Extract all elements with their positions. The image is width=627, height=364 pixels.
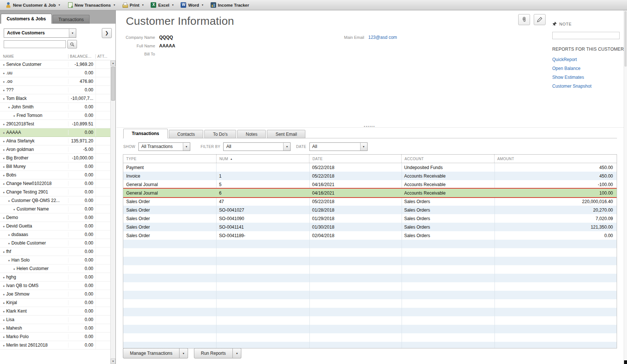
show-filter-dropdown[interactable]: All Transactions ▼ <box>138 142 190 151</box>
main-email-link[interactable]: 123@asd com <box>368 35 397 40</box>
customer-row[interactable]: ◆ Joe Shmow 0.00 <box>0 290 110 299</box>
customer-row[interactable]: ◆ hghg 0.00 <box>0 273 110 282</box>
customer-row[interactable]: ◆ Change New01022018 0.00 <box>0 179 110 188</box>
amount-column-header[interactable]: AMOUNT <box>494 155 617 163</box>
transactions-panel-tab[interactable]: Contacts <box>169 130 203 138</box>
report-link[interactable]: Open Balance <box>552 66 591 71</box>
customer-row[interactable]: ◆ Klark Kent 0.00 <box>0 307 110 316</box>
customer-row[interactable]: ◆ Lisa 0.00 <box>0 316 110 324</box>
customer-row[interactable]: ◆ Double Customer 0.00 <box>0 239 110 247</box>
sidebar-tab[interactable]: Customers & Jobs <box>1 14 52 24</box>
active-customers-dropdown[interactable]: Active Customers ▼ <box>4 28 76 38</box>
customer-row[interactable]: ◆ Customer QB-OMS 22... 0.00 <box>0 196 110 205</box>
customer-row[interactable]: ◆ 29012018Test -10,899.51 <box>0 120 110 128</box>
dropdown-arrow-icon[interactable]: ▼ <box>360 143 367 151</box>
toolbar-button-label: Income Tracker <box>218 3 249 7</box>
transaction-row[interactable]: General Journal 5 04/16/2021 Accounts Re… <box>123 180 617 189</box>
sidebar-tab[interactable]: Transactions <box>53 15 90 24</box>
customer-name: Alina Stefanyk <box>6 138 35 144</box>
transactions-panel-tab[interactable]: To Do's <box>204 130 236 138</box>
transaction-row[interactable]: Sales Order SO-0041090 01/29/2018 Sales … <box>123 214 617 223</box>
type-column-header[interactable]: TYPE <box>123 155 216 163</box>
search-button[interactable] <box>67 40 77 48</box>
dropdown-arrow-icon[interactable]: ▼ <box>283 143 290 151</box>
customer-row[interactable]: ◆ .uu 0.00 <box>0 69 110 77</box>
attach-file-button[interactable] <box>518 14 530 25</box>
customer-search-input[interactable] <box>4 40 66 48</box>
customer-row[interactable]: ◆ AAAAA 0.00 <box>0 128 110 137</box>
transaction-type: Sales Order <box>123 199 216 204</box>
customer-attachment-cell <box>95 256 110 264</box>
edit-customer-button[interactable] <box>534 14 546 25</box>
report-link[interactable]: Customer Snapshot <box>552 84 591 89</box>
date-filter-dropdown[interactable]: All ▼ <box>309 142 368 151</box>
name-column-header[interactable]: NAME <box>0 54 68 58</box>
toolbar-button[interactable]: New Customer & Job ▼ <box>2 0 64 10</box>
run-reports-button[interactable]: Run Reports <box>194 348 233 358</box>
diamond-icon: ◆ <box>3 293 5 296</box>
dropdown-arrow-icon[interactable]: ▼ <box>69 29 76 37</box>
customer-row[interactable]: ◆ Customer Name 0.00 <box>0 205 110 213</box>
attach-column-header[interactable]: ATT... <box>95 54 110 58</box>
customer-row[interactable]: ◆ Service Customer -1,969.20 <box>0 60 110 69</box>
customer-row[interactable]: ◆ Tom Black -10,007,7... <box>0 94 110 103</box>
scroll-down-icon[interactable]: ▼ <box>111 358 115 364</box>
report-link[interactable]: Show Estimates <box>552 75 591 80</box>
customer-row[interactable]: ◆ Kinjal 0.00 <box>0 299 110 307</box>
toolbar-button[interactable]: Print ▼ <box>119 0 147 10</box>
customer-row[interactable]: ◆ Ivan QB to OMS 0.00 <box>0 282 110 290</box>
scrollbar-thumb[interactable] <box>111 67 115 101</box>
customer-row[interactable]: ◆ Han Solo 0.00 <box>0 256 110 264</box>
collapse-sidebar-button[interactable]: ❯ <box>102 28 112 38</box>
filter-by-dropdown[interactable]: All ▼ <box>223 142 291 151</box>
transaction-row[interactable]: General Journal 6 04/16/2021 Accounts Re… <box>123 189 617 197</box>
customer-attachment-cell <box>95 103 110 111</box>
balance-column-header[interactable]: BALANCE... <box>68 54 95 58</box>
transaction-row[interactable]: Sales Order 47 05/22/2018 Sales Orders 2… <box>123 197 617 206</box>
customer-row[interactable]: ◆ Demo 0.00 <box>0 213 110 222</box>
transaction-row[interactable]: Sales Order SO-0041027 01/28/2018 Sales … <box>123 206 617 214</box>
customer-row[interactable]: ◆ Fred Tomson 0.00 <box>0 111 110 120</box>
manage-transactions-menu-arrow[interactable]: ▼ <box>180 348 188 358</box>
customer-row[interactable]: ◆ .oo 476.80 <box>0 77 110 86</box>
manage-transactions-button[interactable]: Manage Transactions <box>123 348 180 358</box>
run-reports-menu-arrow[interactable]: ▼ <box>233 348 241 358</box>
transaction-row[interactable]: Payment 05/22/2018 Undeposited Funds 450… <box>123 163 617 172</box>
page-scrollbar-thumb[interactable] <box>624 11 627 67</box>
customer-row[interactable]: ◆ dsdaaas 0.00 <box>0 230 110 239</box>
date-column-header[interactable]: DATE <box>309 155 401 163</box>
note-input[interactable] <box>552 32 620 39</box>
toolbar-button[interactable]: Word ▼ <box>177 0 207 10</box>
account-column-header[interactable]: ACCOUNT <box>401 155 494 163</box>
transaction-row[interactable]: Sales Order SO-0041189- 02/04/2018 Sales… <box>123 231 617 240</box>
customer-row[interactable]: ◆ Devid Guetta 0.00 <box>0 222 110 230</box>
panel-splitter-handle[interactable]: •••••• <box>364 125 375 128</box>
customer-row[interactable]: ◆ Helen Customer 0.00 <box>0 264 110 273</box>
dropdown-arrow-icon[interactable]: ▼ <box>183 143 190 151</box>
customer-row[interactable]: ◆ Bill Murey 0.00 <box>0 162 110 171</box>
transaction-row[interactable]: Invoice 1 05/22/2018 Accounts Receivable… <box>123 172 617 180</box>
page-scrollbar[interactable] <box>624 10 627 364</box>
customer-row[interactable]: ◆ Alina Stefanyk 135,971.20 <box>0 137 110 145</box>
toolbar-button[interactable]: Excel ▼ <box>147 0 177 10</box>
scroll-up-icon[interactable]: ▲ <box>111 60 115 66</box>
transaction-row[interactable]: Sales Order SO-0041141 01/30/2018 Sales … <box>123 223 617 231</box>
customer-row[interactable]: ◆ fhf 0.00 <box>0 247 110 256</box>
customer-row[interactable]: ◆ ??? 0.00 <box>0 86 110 94</box>
num-column-header[interactable]: NUM▲ <box>216 155 309 163</box>
customer-row[interactable]: ◆ Marko Polo 0.00 <box>0 333 110 341</box>
customer-row[interactable]: ◆ Aron goldman -5.00 <box>0 145 110 154</box>
customer-list-scrollbar[interactable]: ▲ ▼ <box>110 60 115 364</box>
transactions-panel-tab[interactable]: Notes <box>237 130 266 138</box>
toolbar-button[interactable]: New Transactions ▼ <box>64 0 119 10</box>
customer-row[interactable]: ◆ Bobs 0.00 <box>0 171 110 179</box>
customer-row[interactable]: ◆ Merlin test 26012018 0.00 <box>0 341 110 350</box>
customer-row[interactable]: ◆ Big Brother -10,000.00 <box>0 154 110 162</box>
customer-row[interactable]: ◆ Change Testing 2901 0.00 <box>0 188 110 196</box>
customer-row[interactable]: ◆ Mahesh 0.00 <box>0 324 110 333</box>
report-link[interactable]: QuickReport <box>552 57 591 62</box>
transactions-panel-tab[interactable]: Sent Email <box>267 130 305 138</box>
customer-row[interactable]: ◆ John Smith 0.00 <box>0 103 110 111</box>
transactions-panel-tab[interactable]: Transactions <box>123 129 168 138</box>
toolbar-button[interactable]: Income Tracker ▼ <box>207 0 252 10</box>
